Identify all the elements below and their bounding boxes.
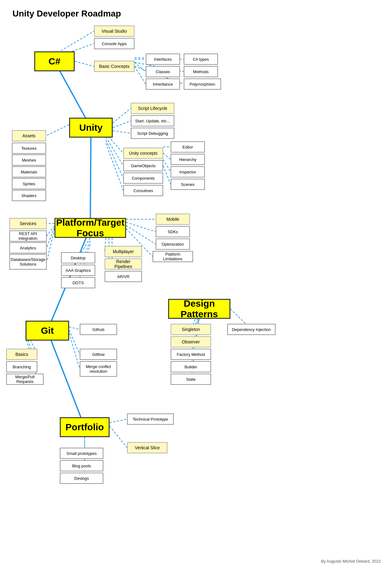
node-gitflow: Gitflow xyxy=(80,349,117,360)
node-git: Git xyxy=(26,321,69,341)
node-gameobjects: GameObjects xyxy=(123,160,163,171)
svg-line-20 xyxy=(106,143,123,191)
node-rest_api: REST API integration xyxy=(9,230,47,242)
node-sprites: Sprites xyxy=(12,178,46,189)
node-factory_method: Factory Method xyxy=(171,349,211,360)
node-singleton: Singleton xyxy=(171,324,211,335)
svg-line-27 xyxy=(47,227,54,248)
node-blog_posts: Blog posts xyxy=(60,460,103,471)
footer: By Augusto Micheli Debard, 2022 xyxy=(321,559,381,564)
node-platform_focus: Platform/Target Focus xyxy=(54,218,126,238)
svg-line-46 xyxy=(69,330,80,354)
node-analytics: Analytics xyxy=(9,242,47,253)
svg-line-45 xyxy=(69,327,80,329)
node-github: Github xyxy=(80,324,117,335)
node-render_pipelines: Render Pipelines xyxy=(105,258,142,270)
node-design_patterns: Design Patterns xyxy=(168,299,230,319)
svg-line-13 xyxy=(113,108,131,123)
node-visual_studio: Visual Studio xyxy=(94,26,135,37)
svg-line-24 xyxy=(163,166,171,184)
node-platform_limits: Platform Limitations xyxy=(153,251,193,262)
node-csharp_types: C# types xyxy=(184,54,218,65)
node-devlogs: Devlogs xyxy=(60,473,103,484)
svg-line-18 xyxy=(106,137,123,166)
node-shaders: Shaders xyxy=(12,190,46,201)
svg-line-22 xyxy=(163,153,171,159)
node-optimization: Optimization xyxy=(156,238,190,250)
node-textures: Textures xyxy=(12,143,46,154)
node-csharp: C# xyxy=(34,51,75,71)
node-merge_conflict: Merge conflict resolution xyxy=(80,361,117,377)
node-console_apps: Console Apps xyxy=(94,38,135,49)
svg-line-26 xyxy=(47,226,54,236)
node-observer: Observer xyxy=(171,336,211,347)
node-aaa_graphics: AAA Graphics xyxy=(61,265,95,276)
node-vertical_slice: Vertical Slice xyxy=(127,442,168,453)
svg-line-23 xyxy=(163,159,171,172)
node-methods: Methods xyxy=(184,66,218,77)
node-editor: Editor xyxy=(171,141,205,153)
node-basics: Basics xyxy=(6,349,37,360)
page-title: Unity Developer Roadmap xyxy=(12,9,121,19)
node-meshes: Meshes xyxy=(12,154,46,166)
node-unity: Unity xyxy=(69,118,113,138)
node-materials: Materials xyxy=(12,166,46,177)
node-small_prototypes: Small prototypes xyxy=(60,448,103,459)
node-interfaces: Interfaces xyxy=(146,54,180,65)
svg-line-52 xyxy=(110,426,127,448)
node-state: State xyxy=(171,374,211,385)
node-technical_prototype: Technical Prototype xyxy=(127,413,174,425)
node-inheritance: Inheritance xyxy=(146,78,180,90)
svg-line-8 xyxy=(135,62,146,72)
node-script_debugging: Script Debugging xyxy=(131,128,174,139)
node-dependency_injection: Dependency Injection xyxy=(227,324,276,335)
svg-line-19 xyxy=(106,140,123,178)
svg-line-4 xyxy=(54,31,94,54)
node-classes: Classes xyxy=(146,66,180,77)
node-start_update: Start, Update, etc... xyxy=(131,115,174,126)
svg-line-51 xyxy=(110,419,127,423)
svg-line-1 xyxy=(90,128,91,228)
node-unity_concepts: Unity concepts xyxy=(123,148,163,159)
node-ar_vr: AR/VR xyxy=(105,271,142,282)
node-multiplayer: Multiplayer xyxy=(105,246,142,257)
svg-line-28 xyxy=(47,229,54,262)
node-databases: Databases/Storage Solutions xyxy=(9,254,47,270)
svg-line-6 xyxy=(75,61,94,66)
node-dots: DOTS xyxy=(61,277,95,288)
svg-line-30 xyxy=(126,222,156,232)
node-portfolio: Portfolio xyxy=(60,417,110,437)
svg-line-16 xyxy=(46,125,69,136)
svg-line-15 xyxy=(113,131,131,133)
node-basic_concepts: Basic Concepts xyxy=(94,61,135,72)
node-hierarchy: Hierarchy xyxy=(171,154,205,165)
node-mobile: Mobile xyxy=(156,214,190,225)
svg-line-9 xyxy=(135,66,146,84)
node-polymorphism: Polymorphism xyxy=(184,78,221,90)
svg-line-14 xyxy=(113,121,131,128)
node-services: Services xyxy=(9,218,47,229)
node-assets: Assets xyxy=(12,130,46,141)
node-sdks: SDKs xyxy=(156,226,190,237)
svg-line-47 xyxy=(69,333,80,369)
node-desktop: Desktop xyxy=(61,252,95,263)
node-coroutines: Coroutines xyxy=(123,185,163,196)
node-branching: Branching xyxy=(6,361,37,372)
node-builder: Builder xyxy=(171,361,211,372)
svg-line-31 xyxy=(126,225,156,244)
svg-line-3 xyxy=(47,331,85,427)
node-merge_pull: Merge/Pull Requests xyxy=(6,374,44,385)
node-script_lifecycle: Script Lifecycle xyxy=(131,103,174,114)
node-inspector: Inspector xyxy=(171,166,205,177)
node-components: Components xyxy=(123,172,163,184)
node-scenes: Scenes xyxy=(171,179,205,190)
